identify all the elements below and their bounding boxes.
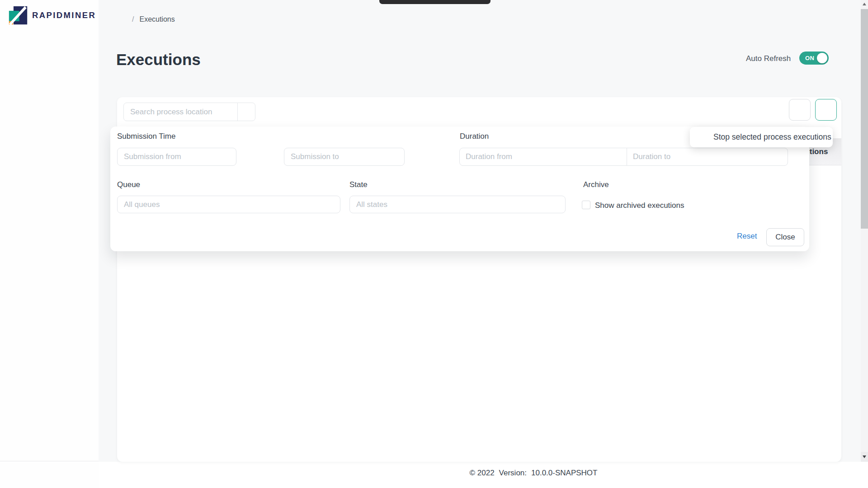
- footer-version: 10.0.0-SNAPSHOT: [531, 469, 597, 478]
- reset-button[interactable]: Reset: [737, 232, 757, 241]
- sidebar: RAPIDMINER: [0, 0, 99, 488]
- state-input[interactable]: [350, 200, 565, 209]
- chevron-down-icon: [613, 153, 621, 161]
- search-input[interactable]: [124, 103, 237, 121]
- search-button[interactable]: [237, 103, 255, 121]
- submission-to-input[interactable]: [284, 152, 389, 161]
- submission-to-field: [284, 148, 405, 166]
- rapidminer-logo-icon: [8, 5, 28, 25]
- submission-from-field: [117, 148, 236, 166]
- calendar-icon[interactable]: [389, 152, 398, 161]
- duration-to-placeholder: Duration to: [633, 152, 670, 161]
- stop-tooltip-text: Stop selected process executions: [713, 132, 831, 142]
- filter-button[interactable]: [789, 99, 811, 121]
- brand-logo[interactable]: RAPIDMINER: [8, 5, 96, 25]
- submission-from-input[interactable]: [118, 152, 221, 161]
- queue-field: [117, 196, 340, 213]
- sidebar-divider: [0, 461, 99, 461]
- advanced-filter-button[interactable]: [815, 99, 837, 121]
- scrollbar-down-button[interactable]: [861, 452, 868, 462]
- queue-label: Queue: [117, 180, 140, 189]
- sidebar-collapse-button[interactable]: [43, 470, 55, 482]
- duration-label: Duration: [460, 132, 489, 141]
- footer-copyright: © 2022: [470, 469, 495, 478]
- duration-to-select[interactable]: Duration to: [627, 148, 788, 166]
- breadcrumb-current: Executions: [139, 15, 175, 23]
- duration-from-select[interactable]: Duration from: [459, 148, 627, 166]
- search-box: [123, 103, 255, 121]
- submission-time-label: Submission Time: [117, 132, 175, 141]
- close-button[interactable]: Close: [766, 228, 804, 246]
- toggle-knob: [817, 53, 827, 63]
- auto-refresh-toggle[interactable]: ON: [799, 52, 829, 65]
- breadcrumb: / Executions: [117, 14, 175, 24]
- scrollbar-up-arrow-icon[interactable]: [863, 3, 866, 5]
- stop-record-icon: [699, 133, 708, 141]
- calendar-icon[interactable]: [221, 152, 230, 161]
- state-field: [349, 196, 566, 213]
- duration-from-placeholder: Duration from: [466, 152, 512, 161]
- breadcrumb-home-icon[interactable]: [117, 14, 127, 24]
- archive-label: Archive: [583, 180, 609, 189]
- page-title: Executions: [116, 51, 201, 69]
- top-overlay-bar: [379, 0, 491, 4]
- breadcrumb-separator: /: [132, 15, 134, 23]
- state-label: State: [349, 180, 368, 189]
- footer: © 2022 Version: 10.0.0-SNAPSHOT: [470, 469, 598, 478]
- stop-tooltip: Stop selected process executions: [690, 127, 833, 147]
- show-archived-label: Show archived executions: [595, 201, 684, 210]
- brand-name: RAPIDMINER: [32, 10, 96, 20]
- scrollbar-thumb[interactable]: [861, 9, 868, 229]
- queue-input[interactable]: [118, 200, 340, 209]
- show-archived-checkbox[interactable]: [582, 201, 590, 209]
- auto-refresh-label: Auto Refresh: [746, 54, 791, 63]
- chevron-down-icon: [774, 153, 782, 161]
- scrollbar-down-arrow-icon: [863, 455, 866, 458]
- footer-version-label: Version:: [499, 469, 527, 478]
- toggle-state-label: ON: [805, 55, 815, 61]
